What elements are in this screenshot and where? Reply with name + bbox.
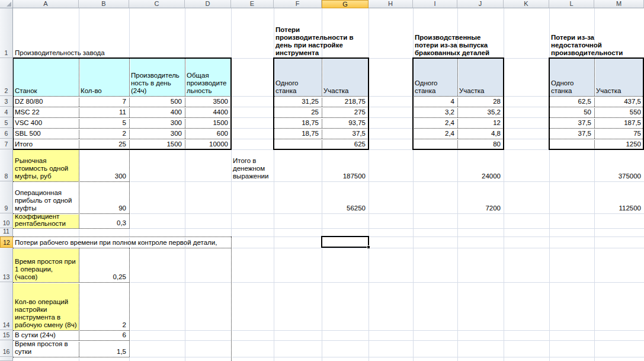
row-header-3[interactable]: 3 bbox=[0, 96, 13, 107]
cell-tool-machine[interactable]: 25 bbox=[274, 107, 322, 117]
column-header-b[interactable]: B bbox=[79, 0, 129, 8]
cell-defect-section[interactable]: 28 bbox=[457, 96, 504, 107]
cell-op-profit-label[interactable]: Операционная прибыль от одной муфты bbox=[13, 181, 79, 213]
row-header-14[interactable]: 14 bbox=[0, 282, 13, 330]
row-header-4[interactable]: 4 bbox=[0, 107, 13, 117]
cell-machine-name[interactable]: SBL 500 bbox=[13, 128, 79, 139]
cell-profitability-label[interactable]: Коэффициент рентабельности bbox=[13, 213, 79, 228]
fill-handle[interactable] bbox=[367, 245, 370, 248]
cell-capacity-section[interactable]: 550 bbox=[594, 107, 644, 117]
cell-ops-per-shift-label[interactable]: Кол-во операций настройки инструмента в … bbox=[13, 282, 79, 330]
cell-profitability-value[interactable]: 0,3 bbox=[79, 213, 129, 228]
column-header-l[interactable]: L bbox=[549, 0, 594, 8]
cell-defect-total[interactable]: 80 bbox=[457, 139, 504, 149]
cell-tool-section[interactable]: 93,75 bbox=[322, 117, 369, 128]
cell-machine-name[interactable]: VSC 400 bbox=[13, 117, 79, 128]
cell-machine-name[interactable]: DZ 80/80 bbox=[13, 96, 79, 107]
cell-machine-rate[interactable]: 300 bbox=[129, 128, 185, 139]
cell-machine-total[interactable]: 4400 bbox=[185, 107, 231, 117]
cell-tool-machine[interactable]: 31,25 bbox=[274, 96, 322, 107]
cell-total-rate[interactable]: 1500 bbox=[129, 139, 185, 149]
cell-defect-machine[interactable]: 4 bbox=[413, 96, 457, 107]
cell-machine-rate[interactable]: 400 bbox=[129, 107, 185, 117]
column-header-k[interactable]: K bbox=[504, 0, 549, 8]
column-header-a[interactable]: A bbox=[13, 0, 79, 8]
cell-total-label[interactable]: Итого bbox=[13, 139, 79, 149]
row-header-17-partial[interactable] bbox=[0, 357, 13, 361]
cell-tool-section[interactable]: 218,75 bbox=[322, 96, 369, 107]
row-header-16[interactable]: 16 bbox=[0, 340, 13, 357]
cell-total-qty[interactable]: 25 bbox=[79, 139, 129, 149]
cell-per-day-label[interactable]: В сутки (24ч) bbox=[13, 330, 79, 340]
cell-defect-section[interactable]: 4,8 bbox=[457, 128, 504, 139]
cell-f1-tool-losses-title[interactable]: Потери производительности в день при нас… bbox=[274, 8, 369, 58]
cell-tool-section[interactable]: 275 bbox=[322, 107, 369, 117]
active-cell-selection[interactable] bbox=[321, 236, 369, 248]
cell-capacity-profit[interactable]: 112500 bbox=[594, 181, 644, 213]
cell-tool-money[interactable]: 187500 bbox=[322, 149, 369, 181]
cell-tool-profit[interactable]: 56250 bbox=[322, 181, 369, 213]
column-header-g-selected[interactable]: G bbox=[322, 0, 369, 8]
cell-a12-section2-title[interactable]: Потери рабочего времени при полном контр… bbox=[13, 237, 230, 248]
row-header-10[interactable]: 10 bbox=[0, 213, 13, 228]
cell-capacity-section[interactable]: 437,5 bbox=[594, 96, 644, 107]
header-total-output[interactable]: Общая производительность bbox=[185, 58, 231, 96]
tool-header-per-section[interactable]: Участка bbox=[322, 58, 369, 96]
row-header-2[interactable]: 2 bbox=[0, 58, 13, 96]
column-header-j[interactable]: J bbox=[457, 0, 504, 8]
cell-tool-total[interactable]: 625 bbox=[322, 139, 369, 149]
cell-machine-total[interactable]: 1500 bbox=[185, 117, 231, 128]
cell-total-output[interactable]: 10000 bbox=[185, 139, 231, 149]
cell-capacity-machine[interactable]: 62,5 bbox=[549, 96, 594, 107]
cell-machine-qty[interactable]: 7 bbox=[79, 96, 129, 107]
cell-machine-rate[interactable]: 500 bbox=[129, 96, 185, 107]
cell-capacity-money[interactable]: 375000 bbox=[594, 149, 644, 181]
column-header-m[interactable]: M bbox=[594, 0, 644, 8]
cell-tool-machine[interactable]: 18,75 bbox=[274, 117, 322, 128]
cell-defect-money[interactable]: 24000 bbox=[457, 149, 504, 181]
row-header-11[interactable]: 11 bbox=[0, 228, 13, 237]
header-rate-per-day[interactable]: Производительность в день (24ч) bbox=[129, 58, 185, 96]
column-header-h[interactable]: H bbox=[369, 0, 413, 8]
column-header-e[interactable]: E bbox=[231, 0, 274, 8]
cell-idle-per-day-value[interactable]: 1,5 bbox=[79, 340, 129, 357]
cell-capacity-machine[interactable]: 37,5 bbox=[549, 117, 594, 128]
row-header-5[interactable]: 5 bbox=[0, 117, 13, 128]
cell-capacity-total[interactable]: 1250 bbox=[594, 139, 644, 149]
cell-defect-machine[interactable]: 3,2 bbox=[413, 107, 457, 117]
cell-capacity-machine[interactable]: 50 bbox=[549, 107, 594, 117]
cell-per-day-value[interactable]: 6 bbox=[79, 330, 129, 340]
header-machine[interactable]: Станок bbox=[13, 58, 79, 96]
cell-a1-sheet-title[interactable]: Производительность завода bbox=[13, 8, 214, 58]
row-header-6[interactable]: 6 bbox=[0, 128, 13, 139]
row-header-1[interactable]: 1 bbox=[0, 8, 13, 58]
column-header-d[interactable]: D bbox=[185, 0, 231, 8]
cell-i1-defect-losses-title[interactable]: Производственные потери из-за выпуска бр… bbox=[413, 8, 504, 58]
row-header-9[interactable]: 9 bbox=[0, 181, 13, 213]
column-header-c[interactable]: C bbox=[129, 0, 185, 8]
column-header-i[interactable]: I bbox=[413, 0, 457, 8]
cell-idle-per-op-label[interactable]: Время простоя при 1 операции, (часов) bbox=[13, 248, 79, 282]
cell-idle-per-op-value[interactable]: 0,25 bbox=[79, 248, 129, 282]
cell-defect-section[interactable]: 12 bbox=[457, 117, 504, 128]
cell-capacity-section[interactable]: 187,5 bbox=[594, 117, 644, 128]
cell-capacity-machine[interactable]: 37,5 bbox=[549, 128, 594, 139]
cell-tool-machine[interactable]: 18,75 bbox=[274, 128, 322, 139]
cell-machine-qty[interactable]: 11 bbox=[79, 107, 129, 117]
cell-capacity-section[interactable]: 75 bbox=[594, 128, 644, 139]
select-all-corner[interactable] bbox=[0, 0, 13, 8]
column-header-f[interactable]: F bbox=[274, 0, 322, 8]
row-header-8[interactable]: 8 bbox=[0, 149, 13, 181]
cell-op-profit-value[interactable]: 90 bbox=[79, 181, 129, 213]
cell-money-total-label[interactable]: Итого в денежном выражении bbox=[231, 149, 274, 181]
cell-machine-qty[interactable]: 2 bbox=[79, 128, 129, 139]
defect-header-per-section[interactable]: Участка bbox=[457, 58, 504, 96]
capacity-header-per-section[interactable]: Участка bbox=[594, 58, 644, 96]
capacity-header-per-machine[interactable]: Одного станка bbox=[549, 58, 594, 96]
cell-defect-machine[interactable]: 2,4 bbox=[413, 117, 457, 128]
cell-machine-total[interactable]: 3500 bbox=[185, 96, 231, 107]
row-header-15[interactable]: 15 bbox=[0, 330, 13, 340]
row-header-12-selected[interactable]: 12 bbox=[0, 237, 13, 248]
cell-machine-name[interactable]: MSC 22 bbox=[13, 107, 79, 117]
cell-defect-section[interactable]: 35,2 bbox=[457, 107, 504, 117]
